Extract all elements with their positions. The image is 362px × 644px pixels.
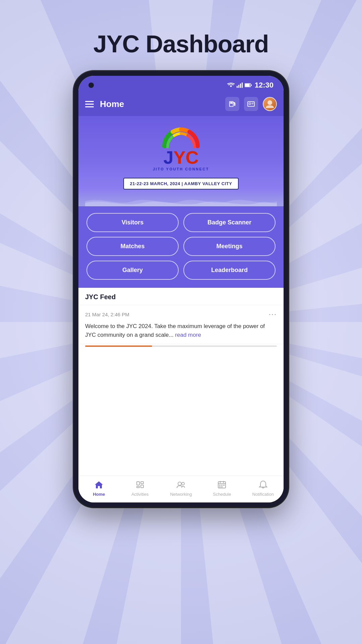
camera-icon (88, 83, 94, 88)
status-bar: 12:30 (78, 76, 284, 93)
jyc-logo-arc (161, 126, 201, 150)
logo-y: Y (174, 148, 186, 166)
svg-rect-26 (251, 85, 252, 86)
progress-bar-row (78, 344, 284, 347)
hamburger-menu[interactable] (85, 101, 94, 107)
hero-banner: J Y C JITO YOUTH CONNECT 21-22-23 MARCH,… (78, 116, 284, 206)
status-bar-right: 12:30 (227, 81, 274, 90)
wave-divider (85, 196, 277, 206)
phone-frame: 12:30 Home (74, 71, 288, 507)
svg-rect-38 (137, 486, 139, 488)
svg-rect-35 (137, 482, 139, 485)
svg-rect-20 (237, 86, 238, 88)
feed-item: 21 Mar 24, 2:46 PM ··· Welcome to the JY… (78, 305, 284, 344)
read-more-link[interactable]: read more (175, 332, 201, 338)
feed-header: JYC Feed (78, 288, 284, 305)
home-icon (94, 480, 104, 490)
fuel-button[interactable] (225, 97, 239, 111)
page-title: JYC Dashboard (0, 0, 362, 71)
svg-rect-25 (245, 84, 250, 87)
event-badge: 21-22-23 MARCH, 2024 | AAMBY VALLEY CITY (123, 178, 239, 190)
avatar-image (263, 98, 276, 110)
logo-subtitle: JITO YOUTH CONNECT (153, 167, 209, 171)
logo-c: C (186, 148, 199, 166)
feed-timestamp: 21 Mar 24, 2:46 PM (85, 312, 129, 317)
nav-label-schedule: Schedule (213, 492, 231, 497)
wifi-icon (227, 83, 235, 88)
nav-item-activities[interactable]: Activities (127, 480, 154, 497)
feed-text: Welcome to the JYC 2024. Take the maximu… (85, 322, 277, 339)
svg-rect-49 (221, 486, 223, 487)
activities-icon (135, 480, 145, 490)
networking-icon (176, 480, 186, 490)
battery-icon (245, 83, 252, 87)
svg-rect-28 (230, 102, 233, 104)
nav-right (225, 97, 277, 111)
nav-item-notification[interactable]: Notification (250, 480, 277, 497)
svg-point-39 (178, 482, 181, 485)
bottom-navigation: Home Activities (78, 476, 284, 502)
top-navigation: Home (78, 93, 284, 116)
notification-icon (258, 480, 268, 490)
time-display: 12:30 (255, 81, 274, 90)
id-card-icon (247, 101, 255, 107)
nav-label-networking: Networking (170, 492, 192, 497)
status-bar-left (88, 83, 94, 88)
jyc-logo: J Y C JITO YOUTH CONNECT (153, 126, 209, 171)
nav-left: Home (85, 99, 124, 109)
signal-icon (237, 83, 243, 88)
progress-fill (85, 345, 152, 347)
user-avatar[interactable] (263, 97, 277, 111)
feed-more-button[interactable]: ··· (269, 310, 277, 319)
svg-point-34 (267, 100, 272, 105)
svg-rect-36 (141, 482, 143, 484)
svg-rect-45 (219, 485, 221, 486)
feed-section: JYC Feed 21 Mar 24, 2:46 PM ··· Welcome … (78, 288, 284, 476)
action-buttons-grid: Visitors Badge Scanner Matches Meetings … (78, 206, 284, 288)
svg-rect-48 (219, 486, 221, 487)
logo-j: J (163, 148, 173, 166)
badge-scanner-button[interactable]: Badge Scanner (183, 213, 276, 232)
nav-label-activities: Activities (131, 492, 148, 497)
leaderboard-button[interactable]: Leaderboard (183, 261, 276, 280)
feed-item-header: 21 Mar 24, 2:46 PM ··· (85, 310, 277, 319)
svg-rect-23 (242, 83, 243, 88)
svg-rect-47 (223, 485, 225, 486)
svg-rect-21 (238, 85, 239, 88)
schedule-icon (217, 480, 227, 490)
gallery-button[interactable]: Gallery (86, 261, 179, 280)
svg-rect-46 (221, 485, 223, 486)
svg-rect-37 (141, 485, 143, 488)
avatar-placeholder-icon (264, 99, 275, 109)
id-card-button[interactable] (244, 97, 258, 111)
svg-point-29 (234, 105, 235, 106)
matches-button[interactable]: Matches (86, 237, 179, 256)
nav-item-networking[interactable]: Networking (168, 480, 194, 497)
svg-marker-19 (230, 86, 232, 87)
nav-item-home[interactable]: Home (85, 480, 112, 497)
svg-point-40 (182, 482, 184, 485)
phone-screen: 12:30 Home (78, 76, 284, 502)
status-icons (227, 83, 252, 88)
meetings-button[interactable]: Meetings (183, 237, 276, 256)
svg-rect-30 (248, 102, 254, 106)
svg-point-31 (249, 103, 251, 104)
progress-bar (85, 345, 277, 347)
fuel-icon (229, 100, 236, 108)
nav-label-notification: Notification (252, 492, 274, 497)
nav-item-schedule[interactable]: Schedule (208, 480, 235, 497)
nav-label-home: Home (93, 492, 105, 497)
visitors-button[interactable]: Visitors (86, 213, 179, 232)
svg-rect-22 (240, 84, 241, 88)
nav-title: Home (100, 99, 124, 109)
